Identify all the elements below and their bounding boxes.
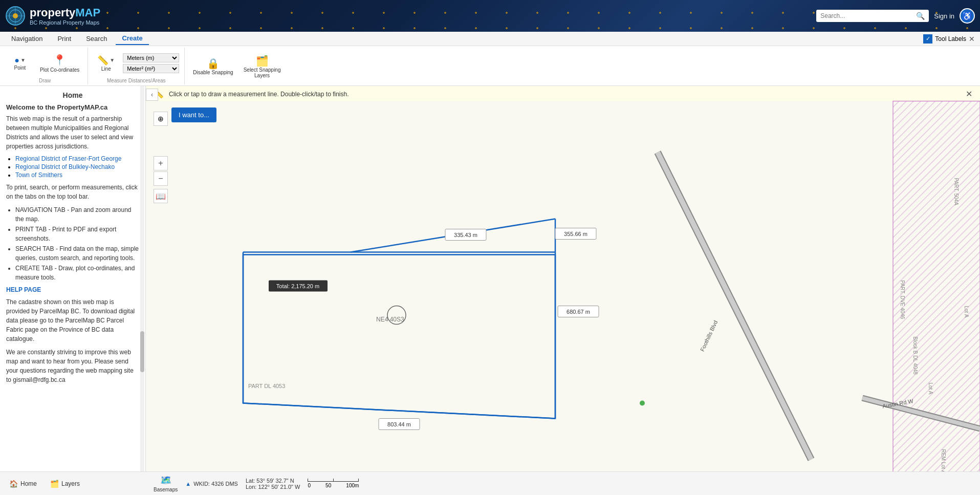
scale-labels: 0 50 100m bbox=[308, 483, 359, 488]
line-icon: 📏 bbox=[97, 55, 108, 66]
zoom-in-button[interactable]: + bbox=[154, 156, 168, 170]
sidebar-intro-text: This web map is the result of a partners… bbox=[6, 114, 139, 151]
top-nav: Navigation Print Search Create Tool Labe… bbox=[0, 32, 980, 46]
tool-labels-checkbox[interactable] bbox=[923, 34, 932, 44]
logo-map: MAP bbox=[75, 6, 100, 19]
wkid-area: ▲ WKID: 4326 DMS bbox=[185, 481, 238, 487]
footer-home-label: Home bbox=[20, 480, 37, 487]
sidebar-link-smithers[interactable]: Town of Smithers bbox=[15, 171, 62, 179]
select-snapping-label: Select Snapping Layers bbox=[244, 67, 281, 78]
svg-text:Total: 2,175.20 m: Total: 2,175.20 m bbox=[276, 283, 319, 289]
basemaps-label: Basemaps bbox=[154, 487, 178, 492]
svg-text:Block B DL 4048: Block B DL 4048 bbox=[912, 337, 918, 375]
map-svg[interactable]: 335.43 m 355.66 m 680.67 m 803.44 m Tota… bbox=[146, 86, 980, 495]
svg-text:335.43 m: 335.43 m bbox=[454, 232, 477, 238]
main-area: Home Welcome to the PropertyMAP.ca This … bbox=[0, 86, 980, 495]
svg-text:803.44 m: 803.44 m bbox=[387, 421, 411, 427]
triangle-icon: ▲ bbox=[185, 481, 191, 487]
point-icon: ● bbox=[14, 56, 19, 65]
sidebar-print-desc: PRINT TAB - Print to PDF and export scre… bbox=[15, 225, 139, 243]
sidebar-instructions-text: To print, search, or perform measurement… bbox=[6, 183, 139, 201]
snapping-section: 🔒 Disable Snapping 🗂️ Select Snapping La… bbox=[186, 48, 289, 84]
svg-point-35 bbox=[640, 401, 645, 406]
tool-labels-area: Tool Labels ✕ bbox=[923, 34, 975, 44]
sidebar-link-fraser-fort-george[interactable]: Regional District of Fraser-Fort George bbox=[15, 155, 121, 162]
sign-in-button[interactable]: Sign in bbox=[934, 12, 954, 20]
footer-layers-label: Layers bbox=[61, 480, 80, 487]
bottom-bar: 🗺️ Basemaps ▲ WKID: 4326 DMS Lat: 53° 59… bbox=[146, 471, 980, 495]
bookmarks-button[interactable]: 📖 bbox=[154, 189, 168, 203]
sidebar-footer: 🏠 Home 🗂️ Layers bbox=[0, 471, 146, 495]
sidebar-nav-desc: NAVIGATION TAB - Pan and zoom around the… bbox=[15, 205, 139, 224]
collapse-sidebar-button[interactable]: ‹ bbox=[146, 89, 158, 101]
lon-display: Lon: 122° 50' 21.0" W bbox=[246, 484, 300, 490]
units-area-select[interactable]: Meter² (m²) bbox=[123, 64, 179, 73]
help-page-link[interactable]: HELP PAGE bbox=[6, 286, 41, 293]
tool-labels-text: Tool Labels bbox=[935, 35, 966, 42]
measure-section-label: Measure Distances/Areas bbox=[93, 78, 179, 84]
select-snapping-icon: 🗂️ bbox=[256, 55, 269, 67]
map-controls: + − 📖 bbox=[154, 109, 168, 203]
select-snapping-button[interactable]: 🗂️ Select Snapping Layers bbox=[241, 53, 284, 80]
line-button[interactable]: 📏 ▼ Line bbox=[93, 53, 119, 74]
search-input[interactable] bbox=[820, 12, 916, 19]
point-dropdown-arrow: ▼ bbox=[20, 57, 26, 63]
sidebar-home-title: Home bbox=[6, 91, 139, 99]
sidebar-tab-descriptions: NAVIGATION TAB - Pan and zoom around the… bbox=[15, 205, 139, 282]
nav-search[interactable]: Search bbox=[80, 33, 113, 45]
svg-text:REM Lot A: REM Lot A bbox=[941, 449, 946, 474]
nav-navigation[interactable]: Navigation bbox=[5, 33, 49, 45]
sidebar-scrollbar[interactable] bbox=[140, 86, 144, 495]
basemaps-icon: 🗺️ bbox=[160, 475, 171, 486]
draw-buttons: ● ▼ Point 📍 Plot Co-ordinates bbox=[7, 49, 82, 78]
header-right: 🔍 Sign in ♿ bbox=[816, 8, 975, 24]
accessibility-button[interactable]: ♿ bbox=[960, 8, 975, 24]
search-box[interactable]: 🔍 bbox=[816, 10, 929, 22]
draw-section: ● ▼ Point 📍 Plot Co-ordinates Draw bbox=[5, 48, 88, 84]
svg-text:Lot A: Lot A bbox=[928, 383, 933, 395]
line-dropdown-arrow: ▼ bbox=[110, 57, 115, 63]
search-button[interactable]: 🔍 bbox=[916, 12, 925, 20]
map-container[interactable]: ‹ 📏 Click or tap to draw a measurement l… bbox=[146, 86, 980, 495]
sidebar-scrollbar-thumb[interactable] bbox=[140, 331, 144, 372]
nav-print[interactable]: Print bbox=[51, 33, 77, 45]
coordinates-area: Lat: 53° 59' 32.7" N Lon: 122° 50' 21.0"… bbox=[246, 478, 300, 490]
home-icon: 🏠 bbox=[9, 480, 18, 488]
footer-layers-button[interactable]: 🗂️ Layers bbox=[46, 478, 84, 490]
logo-text: propertyMAP BC Regional Property Maps bbox=[30, 6, 100, 26]
sidebar-improve-text: We are constantly striving to improve th… bbox=[6, 348, 139, 384]
header: propertyMAP BC Regional Property Maps 🔍 … bbox=[0, 0, 980, 32]
plot-coordinates-button[interactable]: 📍 Plot Co-ordinates bbox=[37, 52, 82, 75]
basemaps-button[interactable]: 🗺️ Basemaps bbox=[154, 475, 178, 492]
sidebar-links-list: Regional District of Fraser-Fort George … bbox=[15, 155, 139, 179]
zoom-out-button[interactable]: − bbox=[154, 171, 168, 186]
svg-text:PART. DVE 4046: PART. DVE 4046 bbox=[900, 281, 905, 319]
point-label: Point bbox=[14, 65, 26, 71]
nav-create[interactable]: Create bbox=[116, 32, 148, 45]
scale-line bbox=[308, 479, 359, 482]
logo-area: propertyMAP BC Regional Property Maps bbox=[5, 6, 118, 26]
units-distance-select[interactable]: Meters (m) bbox=[123, 53, 179, 62]
scale-100: 100m bbox=[346, 483, 359, 488]
toolbar: ● ▼ Point 📍 Plot Co-ordinates Draw 📏 ▼ L… bbox=[0, 46, 980, 86]
point-button[interactable]: ● ▼ Point bbox=[7, 54, 33, 73]
measure-section: 📏 ▼ Line Meters (m) Meter² (m²) Measure … bbox=[89, 48, 185, 84]
svg-text:355.66 m: 355.66 m bbox=[564, 231, 587, 237]
line-label: Line bbox=[101, 66, 111, 72]
footer-home-button[interactable]: 🏠 Home bbox=[5, 478, 41, 490]
scale-0: 0 bbox=[308, 483, 311, 488]
sidebar-link-bulkley-nechako[interactable]: Regional District of Bulkley-Nechako bbox=[15, 163, 115, 170]
disable-snapping-icon: 🔒 bbox=[207, 57, 220, 70]
tool-labels-close[interactable]: ✕ bbox=[969, 35, 975, 43]
scale-50: 50 bbox=[325, 483, 331, 488]
disable-snapping-label: Disable Snapping bbox=[193, 70, 233, 75]
i-want-to-button[interactable]: I want to... bbox=[171, 107, 216, 122]
plot-coords-label: Plot Co-ordinates bbox=[40, 67, 79, 73]
plot-coords-icon: 📍 bbox=[53, 54, 66, 66]
logo-icon bbox=[5, 6, 26, 26]
logo-property: property bbox=[30, 6, 75, 19]
layers-icon: 🗂️ bbox=[50, 480, 59, 488]
svg-text:PART DL 4053: PART DL 4053 bbox=[248, 383, 285, 389]
scale-bar: 0 50 100m bbox=[308, 479, 359, 488]
disable-snapping-button[interactable]: 🔒 Disable Snapping bbox=[190, 55, 236, 77]
